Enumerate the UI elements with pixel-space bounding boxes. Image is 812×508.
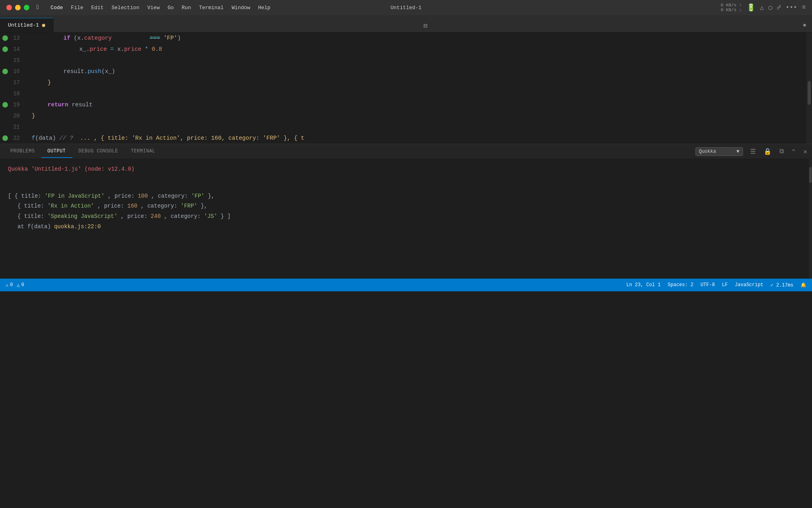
language-mode[interactable]: JavaScript	[735, 282, 763, 288]
breakpoint-17	[2, 80, 8, 85]
quokka-header: Quokka 'Untitled-1.js' (node: v12.4.0)	[8, 165, 801, 174]
code-line-19: return result	[32, 99, 812, 110]
error-icon: ⚠	[6, 282, 8, 288]
output-at-line: at f(data) quokka.js:22:0	[8, 222, 801, 232]
output-line-2: { title: 'Rx in Action' , price: 160 , c…	[8, 202, 801, 211]
menu-window[interactable]: Window	[228, 4, 254, 12]
battery-icon: 🔋	[747, 3, 755, 12]
breakpoint-16	[2, 69, 8, 74]
menu-run[interactable]: Run	[178, 4, 195, 12]
tab-untitled-1[interactable]: Untitled-1	[0, 18, 54, 32]
output-panel: PROBLEMS OUTPUT DEBUG CONSOLE TERMINAL Q…	[0, 144, 812, 279]
panel-scrollbar-thumb[interactable]	[809, 167, 812, 183]
menu-bar:  Code File Edit Selection View Go Run T…	[33, 3, 274, 12]
menu-selection[interactable]: Selection	[107, 4, 143, 12]
copy-icon[interactable]: ⧉	[779, 147, 785, 156]
code-line-20: }	[32, 110, 812, 121]
panel-tabs: PROBLEMS OUTPUT DEBUG CONSOLE TERMINAL Q…	[0, 144, 812, 159]
wifi-icon: △	[760, 4, 764, 12]
title-bar:  Code File Edit Selection View Go Run T…	[0, 0, 812, 15]
gutter-line-22: 22	[0, 133, 24, 144]
breakpoint-19	[2, 102, 8, 108]
gutter-line-14: 14	[0, 44, 24, 55]
dropdown-label: Quokka	[699, 149, 716, 154]
network-speed: 0 KB/s ↑0 KB/s ↓	[721, 3, 742, 12]
menu-go[interactable]: Go	[164, 4, 178, 12]
code-line-22: f ( data ) // ? ... , { title: 'Rx in Ac…	[32, 133, 812, 144]
breakpoint-21	[2, 124, 8, 130]
gutter-line-21: 21	[0, 121, 24, 133]
breakpoint-14	[2, 46, 8, 52]
menu-help[interactable]: Help	[254, 4, 274, 12]
close-panel-icon[interactable]: ✕	[802, 147, 808, 156]
breakpoint-15	[2, 58, 8, 63]
quokka-file-ref[interactable]: quokka.js:22:0	[54, 223, 101, 230]
status-right: Ln 23, Col 1 Spaces: 2 UTF-8 LF JavaScri…	[626, 282, 806, 288]
output-blank-line	[8, 179, 801, 189]
gutter-line-19: 19	[0, 99, 24, 110]
gutter-line-15: 15	[0, 55, 24, 66]
code-area[interactable]: if ( x . category === 'FP' ) x_ . price	[28, 33, 812, 144]
clock-icon: ◯	[768, 4, 772, 12]
menu-file[interactable]: File	[67, 4, 87, 12]
more-tabs-button[interactable]: ●	[797, 19, 812, 32]
menu-code[interactable]: Code	[47, 4, 67, 12]
minimize-button[interactable]	[15, 5, 21, 10]
tab-label: Untitled-1	[8, 22, 39, 28]
tab-bar: Untitled-1 ⊟ ●	[0, 15, 812, 33]
code-line-21	[32, 121, 812, 133]
traffic-lights	[6, 5, 29, 10]
menu-terminal[interactable]: Terminal	[195, 4, 228, 12]
title-bar-right: 0 KB/s ↑0 KB/s ↓ 🔋 △ ◯ ☍ ••• ≡	[721, 3, 806, 12]
gutter-line-18: 18	[0, 88, 24, 99]
gutter-line-13: 13	[0, 33, 24, 44]
code-line-18	[32, 88, 812, 99]
title-bar-left:  Code File Edit Selection View Go Run T…	[6, 3, 274, 12]
tab-problems[interactable]: PROBLEMS	[4, 145, 41, 158]
chevron-down-icon: ▼	[737, 149, 739, 154]
editor-scrollbar[interactable]	[806, 33, 812, 144]
apple-menu[interactable]: 	[33, 3, 44, 12]
notification-icon[interactable]: 🔔	[801, 282, 806, 288]
window-title: Untitled-1	[391, 5, 421, 11]
maximize-button[interactable]	[24, 5, 29, 10]
gutter-line-16: 16	[0, 66, 24, 77]
scrollbar-thumb[interactable]	[808, 81, 811, 105]
clear-output-icon[interactable]: ☰	[749, 147, 756, 156]
split-editor-button[interactable]: ⊟	[419, 19, 432, 32]
output-line-1: [ { title: 'FP in JavaScript' , price: 1…	[8, 192, 801, 201]
tab-output[interactable]: OUTPUT	[41, 145, 72, 158]
line-ending[interactable]: LF	[722, 282, 728, 288]
editor-wrapper: 13 14 15 16 17	[0, 33, 812, 279]
lock-icon[interactable]: 🔒	[763, 147, 772, 156]
tab-debug-console[interactable]: DEBUG CONSOLE	[72, 145, 124, 158]
tab-terminal[interactable]: TERMINAL	[124, 145, 162, 158]
menu-view[interactable]: View	[143, 4, 163, 12]
code-line-17: }	[32, 77, 812, 88]
menu-edit[interactable]: Edit	[87, 4, 107, 12]
quokka-timing[interactable]: ✓ 2.17ms	[770, 282, 793, 288]
spotlight-icon: ☍	[777, 4, 781, 12]
panel-scrollbar[interactable]	[809, 159, 812, 279]
output-source-dropdown[interactable]: Quokka ▼	[695, 147, 743, 156]
status-errors[interactable]: ⚠ 0 △ 0	[6, 282, 24, 288]
gutter-line-17: 17	[0, 77, 24, 88]
more-icon: •••	[786, 4, 797, 11]
breakpoint-20	[2, 113, 8, 119]
status-bar: ⚠ 0 △ 0 Ln 23, Col 1 Spaces: 2 UTF-8 LF …	[0, 279, 812, 291]
code-line-16: result . push ( x_ )	[32, 66, 812, 77]
gutter-line-20: 20	[0, 110, 24, 121]
output-line-3: { title: 'Speaking JavaScript' , price: …	[8, 212, 801, 221]
indentation[interactable]: Spaces: 2	[668, 282, 693, 288]
cursor-position[interactable]: Ln 23, Col 1	[626, 282, 661, 288]
tab-modified-indicator	[42, 24, 45, 27]
panel-controls: Quokka ▼ ☰ 🔒 ⧉ ⌃ ✕	[695, 147, 808, 156]
code-line-13: if ( x . category === 'FP' )	[32, 33, 812, 44]
expand-panel-icon[interactable]: ⌃	[791, 147, 797, 156]
warning-icon: △	[17, 282, 19, 288]
breakpoint-22	[2, 135, 8, 141]
encoding[interactable]: UTF-8	[701, 282, 715, 288]
breakpoint-13	[2, 35, 8, 41]
close-button[interactable]	[6, 5, 12, 10]
panel-content: Quokka 'Untitled-1.js' (node: v12.4.0) […	[0, 159, 809, 279]
